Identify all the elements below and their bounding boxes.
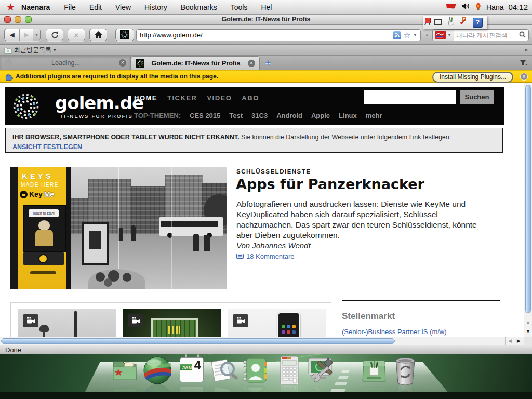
video-camera-badge-icon [233, 314, 248, 327]
scroll-down-button[interactable]: ▼ [524, 327, 532, 336]
forward-button[interactable]: ▶ [20, 29, 33, 41]
golem-nav-abo[interactable]: ABO [242, 94, 259, 102]
golem-logo-icon[interactable] [11, 92, 41, 123]
menu-file[interactable]: File [57, 3, 83, 11]
hana-ime-flame-icon[interactable] [475, 2, 482, 12]
bus-windows [161, 221, 218, 227]
install-plugins-button[interactable]: Install Missing Plugins... [432, 72, 513, 83]
bookmarks-overflow-icon[interactable]: » [524, 46, 532, 54]
kiosk-badge [38, 254, 48, 263]
tab-close-button[interactable]: × [119, 59, 126, 66]
app-icon [292, 330, 296, 334]
dock-trash-icon[interactable] [392, 355, 421, 384]
rss-feed-icon[interactable] [393, 31, 401, 39]
nokia-phone [277, 312, 300, 337]
ime-name-label[interactable]: Hana [486, 3, 503, 11]
clock[interactable]: 04:12 [508, 3, 528, 11]
desktop[interactable]: JAN 4 JAN 4 [0, 354, 532, 399]
vertical-scrollbar[interactable]: ▲ ▼ [524, 83, 532, 337]
dock-utilities-folder-icon[interactable] [360, 355, 389, 384]
menu-history[interactable]: History [138, 3, 174, 11]
article-title[interactable]: Apps für Panzerknacker [236, 176, 424, 192]
url-bar[interactable]: ☆ ▼ [136, 29, 421, 41]
tab-loading[interactable]: Loading... × [0, 56, 131, 70]
golem-search-input[interactable] [364, 90, 456, 104]
back-forward-dropdown[interactable]: ▼ [33, 29, 40, 41]
menu-bookmarks[interactable]: Bookmarks [174, 3, 224, 11]
pen-cup-tool-icon[interactable] [446, 17, 455, 28]
rocket [74, 311, 77, 337]
rectangle-tool-icon[interactable] [434, 19, 442, 25]
help-tool-icon[interactable]: ? [473, 18, 483, 28]
job-listing-link[interactable]: (Senior-)Business Partner IS (m/w) [342, 328, 447, 336]
tab-golem-active[interactable]: Golem.de: IT-News für Profis × [131, 56, 260, 70]
video-thumb-chip[interactable] [123, 309, 221, 337]
scroll-up-button[interactable]: ▲ [524, 317, 532, 327]
url-dropdown-icon[interactable]: ▼ [413, 33, 417, 37]
notification-close-button[interactable]: × [520, 73, 528, 81]
ansicht-festlegen-link[interactable]: ANSICHT FESTLEGEN [12, 142, 496, 152]
back-button[interactable]: ◀ [5, 29, 19, 41]
photo-sign [82, 222, 109, 265]
dock-address-book-icon[interactable] [241, 355, 270, 384]
topic-apple[interactable]: Apple [311, 112, 330, 119]
topic-android[interactable]: Android [276, 112, 302, 119]
list-all-tabs-button[interactable] [518, 59, 529, 67]
dock-calculator-icon[interactable] [274, 355, 303, 384]
golem-header: golem.de IT-NEWS FÜR PROFIS HOME TICKER … [5, 87, 504, 125]
dock-system-tools-icon[interactable] [305, 355, 339, 384]
comments-link[interactable]: 18 Kommentare [236, 252, 295, 260]
dock-search-icon[interactable] [208, 355, 240, 384]
video-thumb-rocket[interactable] [18, 309, 116, 337]
sidebar-divider [342, 300, 500, 301]
article-photo[interactable]: KEYS MADE HERE Key Me Touch to start! [10, 167, 227, 289]
horizontal-scroll-thumb[interactable] [1, 338, 395, 344]
magnifier-icon[interactable] [519, 31, 528, 40]
golem-search-button[interactable]: Suchen [460, 90, 494, 104]
scroll-right-button[interactable]: ▶ [514, 337, 523, 345]
golem-nav-video[interactable]: VIDEO [207, 94, 232, 102]
dock-file-manager-icon[interactable] [110, 355, 139, 384]
fruit [96, 272, 105, 282]
topic-test[interactable]: Test [229, 112, 243, 119]
stop-button[interactable]: × [68, 29, 85, 41]
page-content: golem.de IT-NEWS FÜR PROFIS HOME TICKER … [0, 83, 524, 337]
flag-icon[interactable] [445, 3, 457, 12]
topic-linux[interactable]: Linux [339, 112, 357, 119]
reload-button[interactable] [46, 29, 63, 41]
volume-icon[interactable] [461, 3, 470, 11]
new-tab-button[interactable]: + [263, 59, 273, 68]
menu-help[interactable]: Hel [254, 3, 278, 11]
vertical-scroll-thumb[interactable] [525, 85, 531, 313]
annotation-marker-icon[interactable] [425, 18, 431, 23]
bookmark-star-icon[interactable]: ☆ [404, 31, 410, 39]
top-themen-label: TOP-THEMEN: [134, 112, 181, 119]
menu-edit[interactable]: Edit [83, 3, 109, 11]
search-input[interactable] [454, 32, 519, 39]
bookmark-folder-recent[interactable]: 최근방문목록 ▾ [0, 46, 60, 55]
menu-tools[interactable]: Tools [224, 3, 255, 11]
pedestrian [193, 234, 199, 251]
horizontal-scrollbar[interactable]: ◀ ▶ [0, 337, 524, 345]
dock-calendar-icon[interactable]: JAN 4 JAN 4 [178, 355, 207, 384]
url-input[interactable] [137, 31, 393, 39]
red-star-logo-icon[interactable]: ★ [0, 1, 20, 14]
golem-wordmark[interactable]: golem.de [55, 92, 143, 113]
video-thumb-phone[interactable] [228, 309, 326, 337]
topic-mehr[interactable]: mehr [366, 112, 382, 119]
home-button[interactable] [89, 29, 107, 41]
search-engine-selector[interactable]: ▼ [433, 30, 454, 41]
topic-ces2015[interactable]: CES 2015 [190, 112, 220, 119]
site-identity-button[interactable] [115, 29, 134, 41]
tab-close-button[interactable]: × [248, 60, 255, 67]
check-tool-icon[interactable]: ✓ [459, 18, 469, 27]
golem-nav-ticker[interactable]: TICKER [167, 94, 197, 102]
topic-31c3[interactable]: 31C3 [251, 112, 268, 119]
menu-view[interactable]: View [109, 3, 138, 11]
scroll-left-button[interactable]: ◀ [505, 337, 514, 345]
app-menu-naenara[interactable]: Naenara [20, 3, 57, 11]
search-bar[interactable]: ▼ [432, 29, 529, 41]
golem-nav-home[interactable]: HOME [134, 94, 157, 102]
article-kicker[interactable]: SCHLÜSSELDIENSTE [236, 168, 311, 175]
dock-browser-globe-icon[interactable] [141, 355, 174, 384]
